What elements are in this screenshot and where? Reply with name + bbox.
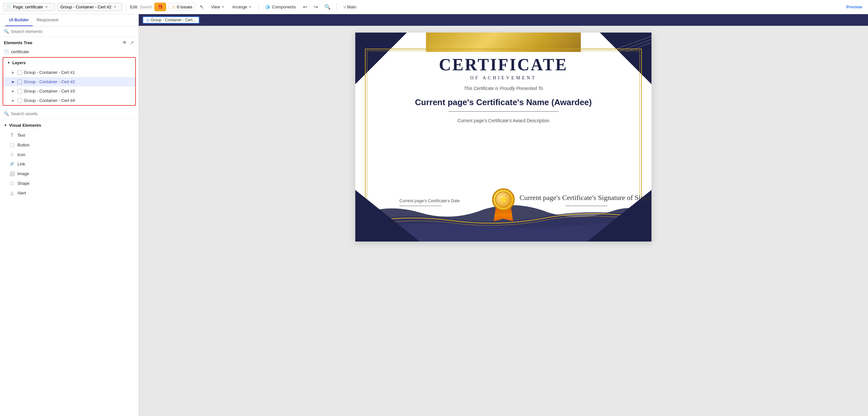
breadcrumb-pill[interactable]: ⊡ Group - Container - Cert... (143, 17, 199, 24)
cert-date-section: Current page's Certificate's Date (400, 198, 460, 206)
search-assets-bar: 🔍 (0, 108, 138, 119)
breadcrumb-selector-icon: ⊡ (147, 18, 149, 22)
element-image[interactable]: ⬜ Image (0, 169, 138, 178)
visual-elements-title: Visual Elements (9, 123, 41, 128)
group-selector[interactable]: Group - Container - Cert #2 ▼ (57, 3, 122, 11)
cert-signature-section: Current page's Certificate's Signature o… (565, 203, 607, 206)
layer-cert1-icon (18, 70, 22, 75)
shape-element-icon: □ (9, 181, 15, 186)
medal-circle: ⭐ (492, 188, 515, 211)
button-element-label: Button (18, 142, 30, 148)
page-icon: 📄 (4, 49, 9, 54)
layer-cert4-label: Group - Container - Cert #4 (24, 98, 75, 103)
search-assets-input[interactable] (11, 111, 134, 116)
search-icon: 🔍 (324, 4, 331, 10)
link-element-label: Link (18, 162, 25, 166)
canvas-header: ⊡ Group - Container - Cert... (139, 14, 868, 26)
arrange-label: Arrange (232, 4, 247, 9)
alert-element-label: Alert (18, 191, 26, 195)
layer-cert3-expand[interactable]: ▶ (11, 89, 16, 93)
element-alert[interactable]: △ Alert (0, 188, 138, 198)
visual-elements-section: ▼ Visual Elements T Text ⬚ Button ☆ Icon… (0, 119, 138, 199)
text-element-icon: T (9, 132, 15, 138)
cert-signature-text: Current page's Certificate's Signature o… (520, 193, 652, 202)
main-branch-button[interactable]: ⑂ Main (341, 3, 359, 11)
layer-item-cert2[interactable]: ▶ Group - Container - Cert #2 (3, 77, 135, 87)
preview-button[interactable]: Preview (844, 3, 865, 11)
button-element-icon: ⬚ (9, 142, 15, 148)
edit-label[interactable]: Edit (130, 4, 137, 9)
element-text[interactable]: T Text (0, 130, 138, 140)
view-button[interactable]: View ▼ (209, 3, 227, 11)
view-label: View (211, 4, 220, 9)
main-layout: UI Builder Responsive 🔍 Elements Tree 👁 … (0, 14, 868, 416)
undo-button[interactable]: ↩ (301, 3, 309, 11)
layer-cert3-label: Group - Container - Cert #3 (24, 89, 75, 94)
image-element-icon: ⬜ (9, 171, 15, 176)
icon-element-icon: ☆ (9, 152, 15, 157)
page-selector[interactable]: 📄 Page: certificate ▼ (3, 3, 55, 11)
view-chevron: ▼ (221, 5, 225, 9)
main-label: Main (347, 4, 356, 9)
alert-element-icon: △ (9, 190, 15, 195)
text-element-label: Text (18, 133, 25, 138)
canvas-area[interactable]: ⊡ Group - Container - Cert... (139, 14, 868, 416)
layer-cert2-expand[interactable]: ▶ (11, 80, 16, 84)
tab-responsive[interactable]: Responsive (33, 14, 62, 26)
element-button[interactable]: ⬚ Button (0, 140, 138, 150)
tree-expand-button[interactable]: ↗ (129, 39, 134, 46)
issues-indicator[interactable]: ⚠ 0 issues (169, 3, 195, 11)
search-button[interactable]: 🔍 (322, 3, 333, 11)
tree-visibility-button[interactable]: 👁 (122, 39, 127, 46)
layer-item-cert3[interactable]: ▶ Group - Container - Cert #3 (3, 87, 135, 96)
redo-button[interactable]: ↪ (312, 3, 320, 11)
layers-title: Layers (12, 60, 26, 65)
undo-icon: ↩ (303, 4, 307, 10)
elements-tree-icons: 👁 ↗ (122, 39, 134, 46)
element-icon[interactable]: ☆ Icon (0, 150, 138, 159)
elements-tree-title: Elements Tree (4, 40, 32, 45)
shape-element-label: Shape (18, 181, 30, 186)
group-selector-label: Group - Container - Cert #2 (60, 4, 111, 9)
tab-ui-builder[interactable]: UI Builder (5, 14, 33, 26)
image-element-label: Image (18, 171, 29, 176)
gift-button[interactable]: 🎁 (154, 3, 166, 11)
arrange-button[interactable]: Arrange ▼ (230, 3, 254, 11)
layer-cert2-icon (18, 79, 22, 84)
layer-item-cert4[interactable]: ▶ Group - Container - Cert #4 (3, 96, 135, 105)
canvas-breadcrumb: ⊡ Group - Container - Cert... (143, 17, 199, 24)
cert-medal: ⭐ (489, 188, 518, 224)
layers-section: ▼ Layers ▶ Group - Container - Cert #1 ▶… (3, 57, 136, 106)
divider-3 (337, 3, 337, 11)
certificate-canvas[interactable]: CERTIFICATE Of Achievement This Certific… (355, 32, 652, 242)
element-shape[interactable]: □ Shape (0, 178, 138, 188)
issues-label: 0 issues (177, 4, 192, 9)
cert-date-line (400, 206, 441, 206)
visual-elements-header[interactable]: ▼ Visual Elements (0, 120, 138, 130)
medal-inner: ⭐ (495, 192, 512, 208)
visual-elements-collapse-icon: ▼ (4, 124, 7, 127)
cert-description: Current page's Certificate's Award Descr… (458, 118, 549, 123)
tree-certificate-node[interactable]: 📄 certificate (0, 48, 138, 56)
components-button[interactable]: 🧊 Components (262, 3, 299, 11)
cert-presented-to: This Certificate is Proudly Presented To (464, 86, 543, 91)
certificate-wrapper: CERTIFICATE Of Achievement This Certific… (139, 26, 868, 248)
branch-icon: ⑂ (343, 4, 346, 10)
cert-date-label: Current page's Certificate's Date (400, 198, 460, 203)
saved-label: Saved (140, 4, 152, 9)
divider-2 (258, 3, 258, 11)
search-elements-input[interactable] (11, 29, 134, 34)
layers-header[interactable]: ▼ Layers (3, 58, 135, 68)
page-selector-chevron: ▼ (45, 5, 48, 9)
cert-divider-line (448, 111, 558, 111)
left-panel: UI Builder Responsive 🔍 Elements Tree 👁 … (0, 14, 139, 416)
layer-cert2-label: Group - Container - Cert #2 (24, 79, 75, 84)
layer-cert1-expand[interactable]: ▶ (11, 71, 16, 74)
layer-cert4-expand[interactable]: ▶ (11, 99, 16, 102)
cursor-tool-button[interactable]: ↖ (198, 3, 206, 11)
element-link[interactable]: 🔗 Link (0, 159, 138, 169)
breadcrumb-label: Group - Container - Cert... (151, 18, 195, 22)
cert-content: CERTIFICATE Of Achievement This Certific… (355, 55, 651, 133)
layer-item-cert1[interactable]: ▶ Group - Container - Cert #1 (3, 68, 135, 77)
search-elements-bar: 🔍 (0, 27, 138, 37)
